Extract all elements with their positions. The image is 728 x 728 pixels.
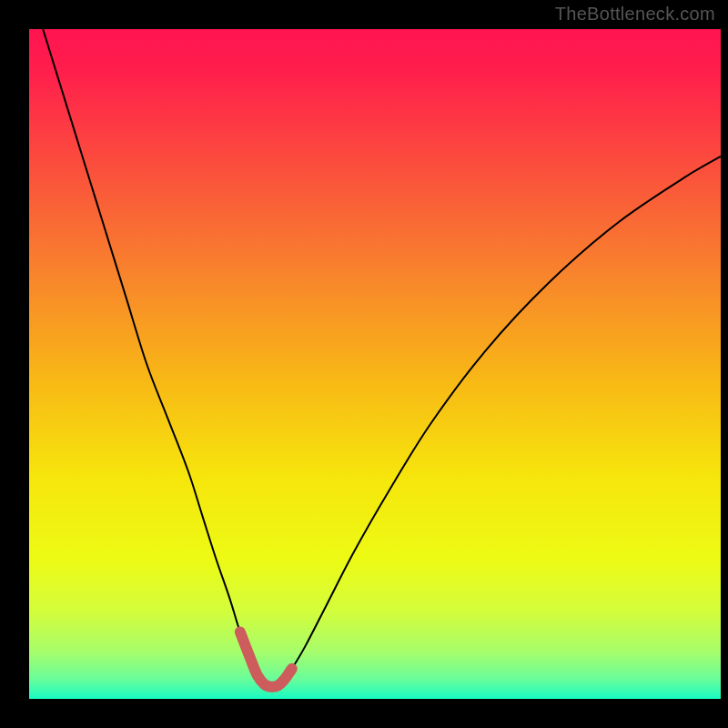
bottleneck-curve (43, 29, 721, 687)
optimum-band (240, 632, 292, 686)
chart-curves (29, 29, 721, 699)
chart-plot-area (29, 29, 721, 699)
watermark-text: TheBottleneck.com (555, 4, 715, 25)
